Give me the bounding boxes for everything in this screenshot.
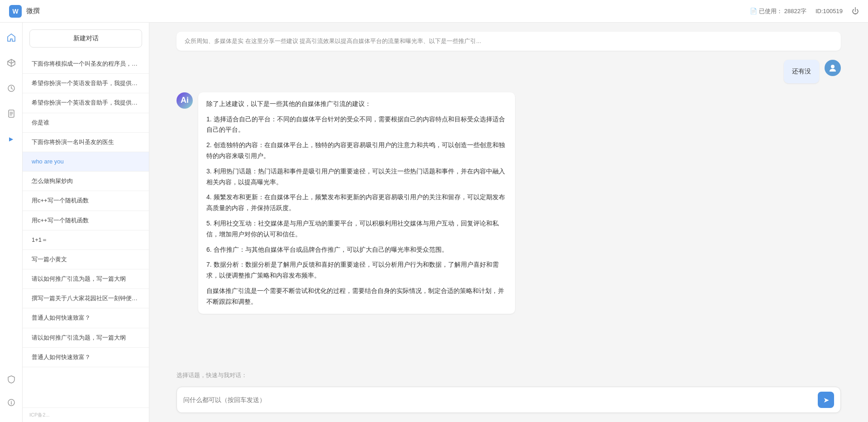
ai-avatar: Ai bbox=[176, 92, 193, 109]
conversation-list: 下面你将模拟成一个叫圣友的程序员，我说...希望你扮演一个英语发音助手，我提供给… bbox=[23, 54, 149, 408]
sidebar-item-5[interactable]: who are you bbox=[23, 152, 149, 172]
truncated-text: 众所周知、多媒体是实 在这里分享一些建议 提高引流效果以提高自媒体平台的流量和曝… bbox=[185, 38, 481, 44]
power-button[interactable]: ⏻ bbox=[852, 7, 859, 15]
ai-paragraphs: 1. 选择适合自己的平台：不同的自媒体平台针对的受众不同，需要根据自己的内容特点… bbox=[206, 114, 507, 307]
sidebar-item-9[interactable]: 1+1＝ bbox=[23, 230, 149, 250]
new-conversation-button[interactable]: 新建对话 bbox=[29, 29, 142, 48]
ai-intro: 除了上述建议，以下是一些其他的自媒体推广引流的建议： bbox=[206, 99, 507, 110]
nav-shield[interactable] bbox=[3, 371, 19, 388]
sidebar-footer: ICP备2... bbox=[23, 408, 149, 422]
app-logo: W bbox=[9, 5, 22, 18]
sidebar-item-11[interactable]: 请以如何推广引流为题，写一篇大纲 bbox=[23, 269, 149, 289]
collapse-sidebar-btn[interactable]: ▶ bbox=[3, 131, 19, 147]
ai-paragraph-2: 3. 利用热门话题：热门话题和事件是吸引用户的重要途径，可以关注一些热门话题和事… bbox=[206, 166, 507, 188]
ai-paragraph-4: 5. 利用社交互动：社交媒体是与用户互动的重要平台，可以积极利用社交媒体与用户互… bbox=[206, 218, 507, 240]
ai-paragraph-3: 4. 频繁发布和更新：在自媒体平台上，频繁发布和更新的内容更容易吸引用户的关注和… bbox=[206, 192, 507, 214]
sidebar-item-7[interactable]: 用c++写一个随机函数 bbox=[23, 191, 149, 211]
ai-paragraph-5: 6. 合作推广：与其他自媒体平台或品牌合作推广，可以扩大自己的曝光率和受众范围。 bbox=[206, 245, 507, 255]
sidebar-item-13[interactable]: 普通人如何快速致富？ bbox=[23, 308, 149, 328]
sidebar: 新建对话 下面你将模拟成一个叫圣友的程序员，我说...希望你扮演一个英语发音助手… bbox=[23, 23, 149, 422]
send-icon: ➤ bbox=[823, 396, 829, 404]
quick-topics: 选择话题，快速与我对话： bbox=[149, 367, 868, 382]
topbar: W 微撰 📄 已使用： 28822字 ID:100519 ⏻ bbox=[0, 0, 868, 23]
chat-area: 众所周知、多媒体是实 在这里分享一些建议 提高引流效果以提高自媒体平台的流量和曝… bbox=[149, 23, 868, 422]
user-id: ID:100519 bbox=[816, 8, 843, 14]
sidebar-item-3[interactable]: 你是谁 bbox=[23, 113, 149, 133]
sidebar-item-4[interactable]: 下面你将扮演一名叫圣友的医生 bbox=[23, 133, 149, 152]
quick-topics-label: 选择话题，快速与我对话： bbox=[176, 372, 247, 379]
svg-point-3 bbox=[831, 65, 835, 68]
user-message-bubble: 还有没 bbox=[784, 60, 819, 83]
nav-clock[interactable] bbox=[3, 80, 19, 96]
usage-info: 📄 已使用： 28822字 bbox=[750, 7, 806, 15]
ai-paragraph-0: 1. 选择适合自己的平台：不同的自媒体平台针对的受众不同，需要根据自己的内容特点… bbox=[206, 114, 507, 136]
logo-text: W bbox=[12, 8, 18, 15]
usage-count: 28822字 bbox=[784, 7, 806, 15]
truncated-message: 众所周知、多媒体是实 在这里分享一些建议 提高引流效果以提高自媒体平台的流量和曝… bbox=[176, 32, 841, 51]
user-message-row: 还有没 bbox=[176, 60, 841, 83]
sidebar-item-8[interactable]: 用c++写一个随机函数 bbox=[23, 211, 149, 230]
app-title: 微撰 bbox=[26, 7, 40, 15]
ai-message-bubble: 除了上述建议，以下是一些其他的自媒体推广引流的建议： 1. 选择适合自己的平台：… bbox=[198, 92, 515, 314]
ai-message-row: Ai 除了上述建议，以下是一些其他的自媒体推广引流的建议： 1. 选择适合自己的… bbox=[176, 92, 841, 314]
sidebar-item-1[interactable]: 希望你扮演一个英语发音助手，我提供给你... bbox=[23, 74, 149, 93]
sidebar-item-12[interactable]: 撰写一篇关于八大家花园社区一刻钟便民生... bbox=[23, 289, 149, 308]
doc-icon: 📄 bbox=[750, 8, 757, 14]
nav-home[interactable] bbox=[3, 29, 19, 46]
nav-doc[interactable] bbox=[3, 106, 19, 122]
sidebar-item-0[interactable]: 下面你将模拟成一个叫圣友的程序员，我说... bbox=[23, 54, 149, 74]
ai-paragraph-7: 自媒体推广引流是一个需要不断尝试和优化的过程，需要结合自身的实际情况，制定合适的… bbox=[206, 286, 507, 307]
sidebar-item-2[interactable]: 希望你扮演一个英语发音助手，我提供给你... bbox=[23, 93, 149, 113]
user-avatar bbox=[825, 60, 841, 76]
main-layout: ▶ 新建对话 下面你将模拟成一个叫圣友的程序员，我说...希望你扮演一个英语发音… bbox=[0, 23, 868, 422]
ai-paragraph-1: 2. 创造独特的内容：在自媒体平台上，独特的内容更容易吸引用户的注意力和共鸣，可… bbox=[206, 140, 507, 162]
user-message-text: 还有没 bbox=[792, 67, 811, 75]
icon-bar: ▶ bbox=[0, 23, 23, 422]
sidebar-item-15[interactable]: 普通人如何快速致富？ bbox=[23, 348, 149, 367]
ai-paragraph-6: 7. 数据分析：数据分析是了解用户反馈和喜好的重要途径，可以分析用户行为和数据，… bbox=[206, 259, 507, 281]
sidebar-item-14[interactable]: 请以如何推广引流为题，写一篇大纲 bbox=[23, 328, 149, 348]
input-wrapper: ➤ bbox=[176, 387, 841, 413]
sidebar-item-10[interactable]: 写一篇小黄文 bbox=[23, 250, 149, 269]
input-area: ➤ bbox=[149, 382, 868, 422]
topbar-right: 📄 已使用： 28822字 ID:100519 ⏻ bbox=[750, 7, 859, 15]
sidebar-item-6[interactable]: 怎么做狗屎炒肉 bbox=[23, 172, 149, 191]
send-button[interactable]: ➤ bbox=[818, 392, 834, 408]
nav-cube[interactable] bbox=[3, 55, 19, 71]
topbar-left: W 微撰 bbox=[9, 5, 40, 18]
chat-messages: 众所周知、多媒体是实 在这里分享一些建议 提高引流效果以提高自媒体平台的流量和曝… bbox=[149, 23, 868, 367]
nav-info[interactable] bbox=[3, 394, 19, 411]
usage-label: 已使用： bbox=[759, 7, 782, 15]
chat-input[interactable] bbox=[183, 396, 813, 403]
